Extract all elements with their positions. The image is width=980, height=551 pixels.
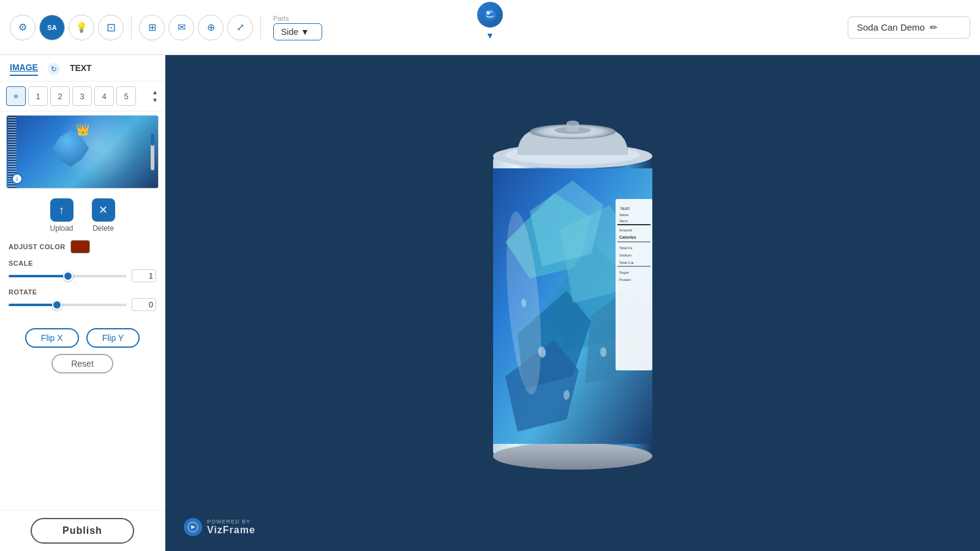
vizframe-brand: VizFrame (207, 525, 255, 536)
center-chevron-icon: ▼ (486, 31, 494, 40)
svg-text:Nutri: Nutri (620, 206, 630, 211)
scale-row: Scale (9, 260, 156, 282)
tab-image[interactable]: IMAGE (10, 62, 38, 76)
upload-icon: ↑ (50, 198, 74, 222)
chat-button[interactable]: ✉ (168, 15, 194, 40)
rotate-label: Rotate (9, 288, 156, 296)
scale-label: Scale (9, 260, 156, 267)
color-swatch[interactable] (70, 240, 90, 253)
upload-label: Upload (50, 224, 73, 233)
toolbar-group-bottom: ⊞ ✉ ⊕ ⤢ (139, 15, 253, 40)
svg-text:Protein: Protein (619, 278, 631, 282)
transform-button[interactable]: ⊕ (198, 15, 224, 40)
parts-dropdown: Parts Side ▼ (273, 15, 322, 40)
soda-can-svg: Nutri Selve Servi Amount Calories Total … (469, 119, 677, 487)
parts-select[interactable]: Side ▼ (273, 23, 322, 40)
layer-1-button[interactable]: 1 (28, 86, 48, 106)
svg-text:Selve: Selve (619, 213, 629, 217)
svg-text:Total Car: Total Car (619, 261, 634, 264)
center-logo-area: ▼ (475, 0, 505, 40)
scale-slider[interactable] (9, 275, 127, 277)
svg-text:Total Fa: Total Fa (619, 246, 633, 250)
svg-point-0 (484, 9, 496, 21)
upload-button[interactable]: ↑ Upload (50, 198, 73, 233)
reset-button[interactable]: Reset (51, 354, 113, 373)
logo-button[interactable]: SA (39, 15, 65, 40)
image-preview: 👑 i (6, 115, 159, 189)
flip-y-button[interactable]: Flip Y (86, 328, 140, 348)
parts-chevron-icon: ▼ (301, 27, 309, 37)
adjust-color-row: Adjust Color (9, 240, 156, 253)
layer-row: ≡ 1 2 3 4 5 ▲ ▼ (0, 81, 165, 111)
controls-section: Adjust Color Scale Rotate (0, 236, 165, 321)
flip-row: Flip X Flip Y (0, 328, 165, 348)
center-logo-icon (475, 0, 505, 29)
parts-value: Side (281, 27, 298, 37)
scroll-indicator[interactable] (151, 133, 154, 170)
layer-3-button[interactable]: 3 (72, 86, 92, 106)
frame-button[interactable]: ⊡ (98, 15, 124, 40)
scale-slider-row (9, 269, 156, 282)
vizframe-icon (184, 518, 202, 536)
svg-text:Calories: Calories (619, 235, 636, 239)
rotate-row: Rotate (9, 288, 156, 311)
layer-2-button[interactable]: 2 (50, 86, 70, 106)
main-area: IMAGE ↻ TEXT ≡ 1 2 3 4 5 ▲ ▼ 👑 i (0, 55, 980, 551)
toolbar-group-top: ⚙ SA 💡 ⊡ (10, 15, 124, 40)
layer-down-button[interactable]: ▼ (151, 97, 159, 104)
publish-button[interactable]: Publish (31, 518, 134, 544)
bulb-button[interactable]: 💡 (69, 15, 94, 40)
settings-button[interactable]: ⚙ (10, 15, 36, 40)
preview-art: 👑 (7, 116, 158, 188)
svg-point-19 (600, 347, 606, 357)
rotate-value-input[interactable] (132, 298, 156, 311)
adjust-color-label: Adjust Color (9, 240, 156, 253)
preview-crown: 👑 (76, 123, 89, 137)
tab-text[interactable]: TEXT (70, 63, 92, 75)
rotate-slider[interactable] (9, 304, 127, 306)
layers-button[interactable]: ≡ (6, 86, 26, 106)
project-title-area: Soda Can Demo ✏ (848, 17, 970, 39)
left-panel: IMAGE ↻ TEXT ≡ 1 2 3 4 5 ▲ ▼ 👑 i (0, 55, 165, 551)
info-icon[interactable]: i (12, 173, 23, 184)
top-toolbar: ⚙ SA 💡 ⊡ ⊞ ✉ ⊕ ⤢ Parts Side ▼ ▼ Soda Ca (0, 0, 980, 55)
project-title: Soda Can Demo (857, 22, 925, 32)
svg-point-7 (493, 443, 652, 470)
sliders-button[interactable]: ⊞ (139, 15, 165, 40)
layer-4-button[interactable]: 4 (94, 86, 114, 106)
svg-point-40 (567, 121, 579, 126)
rotate-slider-row (9, 298, 156, 311)
vizframe-text: POWERED BY VizFrame (207, 519, 255, 536)
svg-point-2 (490, 10, 492, 13)
vizframe-powered: POWERED BY (207, 519, 255, 525)
svg-text:Amount: Amount (619, 228, 632, 232)
delete-button[interactable]: ✕ Delete (92, 198, 115, 233)
flip-x-button[interactable]: Flip X (25, 328, 79, 348)
edit-project-icon[interactable]: ✏ (930, 22, 938, 33)
crop-button[interactable]: ⤢ (227, 15, 253, 40)
action-row: ↑ Upload ✕ Delete (0, 192, 165, 236)
toolbar-divider-1 (131, 15, 132, 40)
scroll-thumb (151, 133, 154, 146)
delete-label: Delete (92, 224, 114, 233)
svg-text:Servi: Servi (619, 219, 628, 223)
svg-text:Sugar: Sugar (619, 271, 629, 274)
canvas-area[interactable]: Nutri Selve Servi Amount Calories Total … (165, 55, 980, 551)
panel-tabs: IMAGE ↻ TEXT (0, 55, 165, 81)
reset-row: Reset (0, 354, 165, 373)
svg-point-1 (486, 11, 490, 15)
publish-area: Publish (0, 510, 165, 551)
layer-up-down: ▲ ▼ (151, 89, 159, 104)
delete-icon: ✕ (92, 198, 115, 222)
layer-up-button[interactable]: ▲ (151, 89, 159, 96)
layer-5-button[interactable]: 5 (116, 86, 136, 106)
vizframe-logo: POWERED BY VizFrame (184, 518, 255, 536)
tab-sync-icon: ↻ (48, 63, 60, 75)
scale-value-input[interactable] (132, 269, 156, 282)
toolbar-divider-2 (260, 15, 261, 40)
parts-label: Parts (273, 15, 289, 22)
svg-text:Sodium: Sodium (619, 253, 631, 257)
